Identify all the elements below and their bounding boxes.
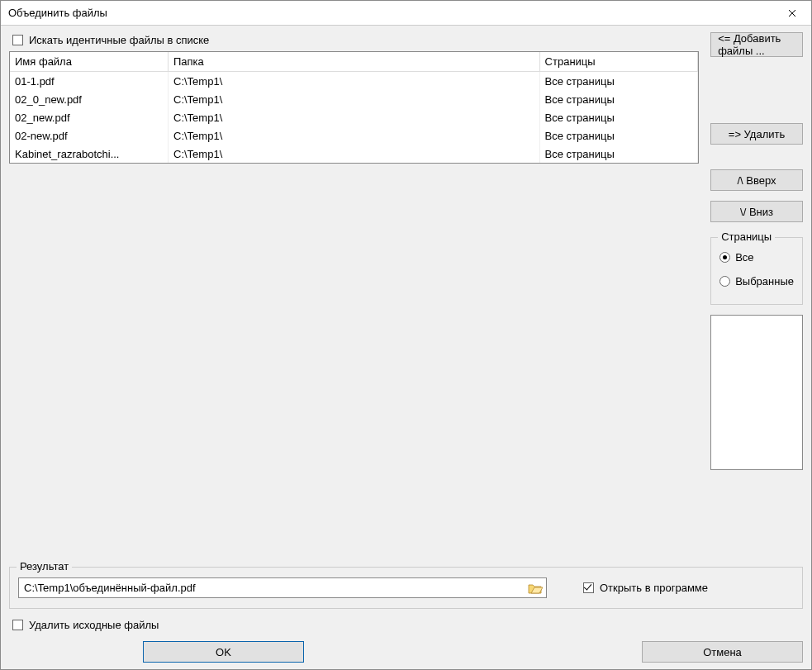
open-in-program-row[interactable]: Открыть в программе xyxy=(580,580,708,596)
table-row[interactable]: 01-1.pdfC:\Temp1\Все страницы xyxy=(10,72,698,90)
add-files-button[interactable]: <= Добавить файлы ... xyxy=(710,32,803,57)
cell-folder: C:\Temp1\ xyxy=(169,72,540,90)
search-identical-checkbox-row[interactable]: Искать идентичные файлы в списке xyxy=(9,32,699,48)
table-row[interactable]: 02_new.pdfC:\Temp1\Все страницы xyxy=(10,108,698,126)
cell-name: Kabinet_razrabotchi... xyxy=(10,145,169,163)
cell-name: 02-new.pdf xyxy=(10,126,169,145)
file-table[interactable]: Имя файла Папка Страницы 01-1.pdfC:\Temp… xyxy=(9,51,699,164)
cell-pages: Все страницы xyxy=(539,108,698,126)
delete-source-row[interactable]: Удалить исходные файлы xyxy=(9,617,803,633)
dialog-window: Объединить файлы Искать идентичные файлы… xyxy=(0,0,812,670)
col-header-name[interactable]: Имя файла xyxy=(10,52,169,72)
cell-pages: Все страницы xyxy=(539,90,698,108)
cell-name: 02_0_new.pdf xyxy=(10,90,169,108)
open-in-program-label: Открыть в программе xyxy=(600,582,708,594)
window-title: Объединить файлы xyxy=(8,7,107,19)
pages-group: Страницы Все Выбранные xyxy=(710,237,803,305)
col-header-pages[interactable]: Страницы xyxy=(539,52,698,72)
search-identical-label: Искать идентичные файлы в списке xyxy=(29,34,209,46)
cell-pages: Все страницы xyxy=(539,72,698,90)
table-row[interactable]: 02-new.pdfC:\Temp1\Все страницы xyxy=(10,126,698,145)
search-identical-checkbox[interactable] xyxy=(12,35,23,45)
close-button[interactable] xyxy=(773,1,811,25)
col-header-folder[interactable]: Папка xyxy=(169,52,540,72)
remove-button[interactable]: => Удалить xyxy=(710,123,803,145)
cell-pages: Все страницы xyxy=(539,145,698,163)
table-row[interactable]: 02_0_new.pdfC:\Temp1\Все страницы xyxy=(10,90,698,108)
cancel-button[interactable]: Отмена xyxy=(642,641,803,663)
pages-selected-radio[interactable]: Выбранные xyxy=(719,275,794,287)
delete-source-checkbox[interactable] xyxy=(12,620,23,630)
close-icon xyxy=(788,9,796,17)
pages-all-radio[interactable]: Все xyxy=(719,251,794,264)
left-column: Искать идентичные файлы в списке Имя фай… xyxy=(9,32,699,164)
table-row[interactable]: Kabinet_razrabotchi...C:\Temp1\Все стран… xyxy=(10,145,698,163)
dialog-body: Искать идентичные файлы в списке Имя фай… xyxy=(1,26,811,669)
preview-box xyxy=(710,315,803,470)
ok-button[interactable]: OK xyxy=(143,641,304,663)
cell-folder: C:\Temp1\ xyxy=(169,90,540,108)
titlebar: Объединить файлы xyxy=(1,1,811,26)
cell-name: 02_new.pdf xyxy=(10,108,169,126)
cell-folder: C:\Temp1\ xyxy=(169,108,540,126)
browse-folder-icon[interactable] xyxy=(528,582,543,595)
result-group: Результат C:\Temp1\объединённый-файл.pdf… xyxy=(9,567,803,609)
main-area: Искать идентичные файлы в списке Имя фай… xyxy=(9,32,803,562)
radio-icon xyxy=(719,276,730,287)
cell-folder: C:\Temp1\ xyxy=(169,145,540,163)
move-down-button[interactable]: \/ Вниз xyxy=(710,201,803,222)
open-in-program-checkbox[interactable] xyxy=(583,582,594,593)
delete-source-label: Удалить исходные файлы xyxy=(29,619,159,631)
cell-name: 01-1.pdf xyxy=(10,72,169,90)
cell-folder: C:\Temp1\ xyxy=(169,126,540,145)
pages-legend: Страницы xyxy=(718,230,775,243)
result-legend: Результат xyxy=(17,560,72,573)
result-path-input[interactable]: C:\Temp1\объединённый-файл.pdf xyxy=(18,577,547,598)
result-path-text: C:\Temp1\объединённый-файл.pdf xyxy=(24,582,196,594)
radio-icon xyxy=(719,252,730,263)
move-up-button[interactable]: /\ Вверх xyxy=(710,169,803,191)
right-column: <= Добавить файлы ... => Удалить /\ Ввер… xyxy=(710,32,803,470)
bottom-buttons: OK Отмена xyxy=(9,638,803,663)
cell-pages: Все страницы xyxy=(539,126,698,145)
